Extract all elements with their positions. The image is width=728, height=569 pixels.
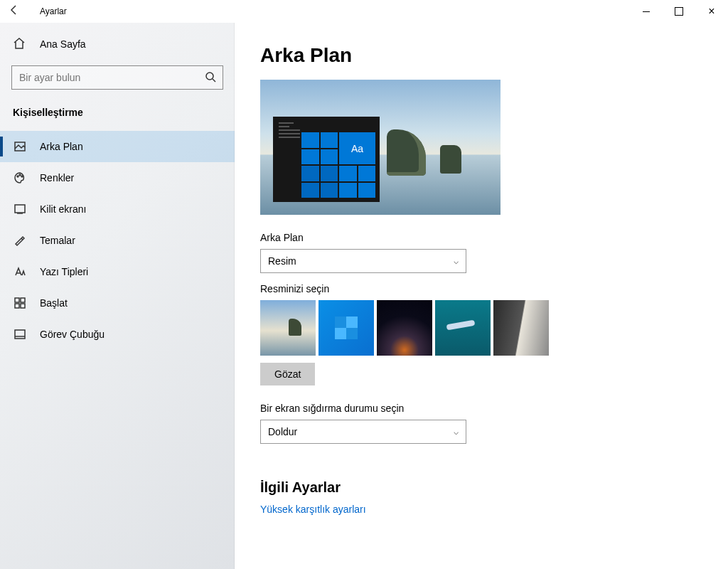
home-label: Ana Sayfa	[40, 38, 86, 50]
svg-point-3	[19, 174, 21, 176]
fit-select-value: Doldur	[268, 426, 297, 437]
sidebar-item-label: Başlat	[40, 297, 68, 309]
fonts-icon	[13, 265, 27, 279]
fit-label: Bir ekran sığdırma durumu seçin	[260, 403, 700, 414]
svg-rect-9	[21, 304, 25, 308]
sidebar-item-background[interactable]: Arka Plan	[0, 131, 235, 162]
content-area: Arka Plan Aa Arka Plan Resim ⌵ Resminizi	[235, 23, 728, 569]
sidebar-item-lockscreen[interactable]: Kilit ekranı	[0, 193, 235, 225]
close-button[interactable]: ×	[695, 0, 728, 23]
chevron-down-icon: ⌵	[454, 256, 459, 266]
maximize-button[interactable]	[663, 0, 695, 23]
background-label: Arka Plan	[260, 232, 700, 243]
sidebar-item-colors[interactable]: Renkler	[0, 162, 235, 193]
back-button[interactable]	[6, 4, 23, 18]
svg-point-0	[206, 73, 213, 80]
window-title: Ayarlar	[40, 6, 67, 16]
browse-button[interactable]: Gözat	[260, 363, 315, 385]
minimize-button[interactable]	[630, 0, 663, 23]
background-select[interactable]: Resim ⌵	[260, 249, 466, 273]
svg-point-2	[17, 176, 18, 177]
sidebar-item-label: Temalar	[40, 235, 75, 246]
search-input[interactable]	[11, 65, 223, 90]
sidebar-item-themes[interactable]: Temalar	[0, 225, 235, 256]
background-select-value: Resim	[268, 255, 296, 267]
sidebar-item-fonts[interactable]: Yazı Tipleri	[0, 256, 235, 287]
search-field[interactable]	[11, 65, 223, 90]
sidebar-item-label: Görev Çubuğu	[40, 329, 105, 340]
fit-select[interactable]: Doldur ⌵	[260, 420, 466, 444]
taskbar-icon	[13, 327, 27, 341]
search-icon	[205, 71, 216, 83]
svg-point-4	[21, 176, 23, 177]
svg-rect-10	[15, 330, 25, 339]
picture-icon	[13, 139, 27, 154]
sidebar-item-label: Kilit ekranı	[40, 203, 86, 215]
sidebar-item-taskbar[interactable]: Görev Çubuğu	[0, 319, 235, 350]
sidebar-item-label: Yazı Tipleri	[40, 266, 88, 277]
picture-thumbnails	[260, 300, 700, 356]
home-link[interactable]: Ana Sayfa	[0, 28, 235, 60]
svg-rect-8	[15, 304, 19, 308]
picture-thumb[interactable]	[377, 300, 432, 356]
preview-sample-text: Aa	[339, 132, 375, 164]
chevron-down-icon: ⌵	[454, 427, 459, 437]
svg-rect-6	[15, 298, 19, 302]
svg-rect-5	[15, 205, 25, 213]
related-settings-heading: İlgili Ayarlar	[260, 479, 700, 496]
picture-thumb[interactable]	[260, 300, 316, 356]
title-bar: Ayarlar ×	[0, 0, 728, 23]
themes-icon	[13, 233, 27, 248]
picture-thumb[interactable]	[435, 300, 491, 356]
lockscreen-icon	[13, 202, 27, 216]
page-heading: Arka Plan	[260, 44, 700, 67]
sidebar-item-start[interactable]: Başlat	[0, 287, 235, 319]
svg-rect-7	[21, 298, 25, 302]
choose-picture-label: Resminizi seçin	[260, 283, 700, 294]
sidebar-item-label: Renkler	[40, 172, 74, 184]
picture-thumb[interactable]	[318, 300, 374, 356]
desktop-preview: Aa	[260, 80, 500, 215]
palette-icon	[13, 171, 27, 185]
sidebar-item-label: Arka Plan	[40, 141, 83, 152]
start-icon	[13, 296, 27, 310]
section-title: Kişiselleştirme	[0, 100, 235, 131]
home-icon	[13, 37, 27, 51]
high-contrast-link[interactable]: Yüksek karşıtlık ayarları	[260, 504, 366, 515]
picture-thumb[interactable]	[493, 300, 549, 356]
sidebar: Ana Sayfa Kişiselleştirme Arka Plan Renk…	[0, 23, 235, 569]
